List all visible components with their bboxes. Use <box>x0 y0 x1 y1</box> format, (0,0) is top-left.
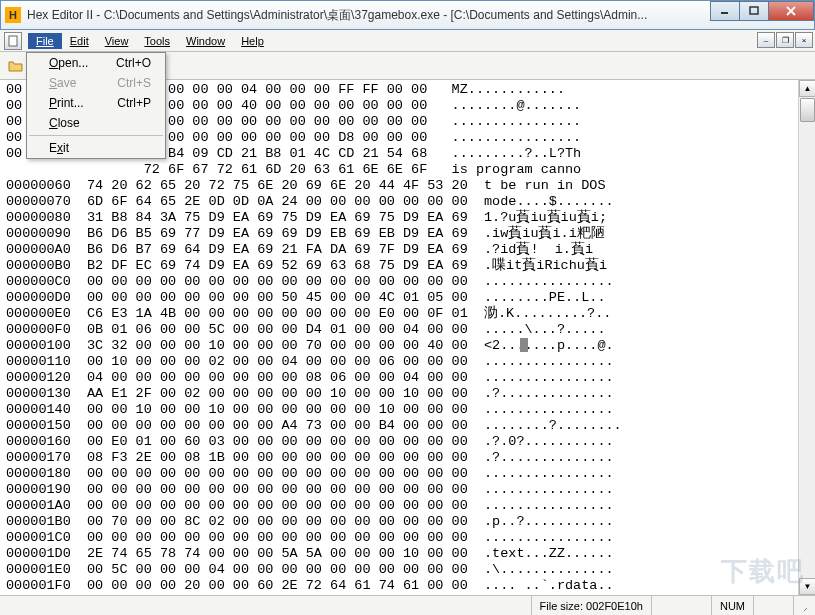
file-menu-close[interactable]: Close <box>27 113 165 133</box>
hex-row[interactable]: 000001B0 00 70 00 00 8C 02 00 00 00 00 0… <box>6 514 809 530</box>
hex-row[interactable]: 00000090 B6 D6 B5 69 77 D9 EA 69 69 D9 E… <box>6 226 809 242</box>
hex-row[interactable]: 00000150 00 00 00 00 00 00 00 00 A4 73 0… <box>6 418 809 434</box>
file-menu-print[interactable]: Print... Ctrl+P <box>27 93 165 113</box>
window-minimize-button[interactable] <box>710 1 740 21</box>
scroll-up-button[interactable]: ▲ <box>799 80 815 97</box>
window-close-button[interactable] <box>768 1 814 21</box>
hex-row[interactable]: 00000190 00 00 00 00 00 00 00 00 00 00 0… <box>6 482 809 498</box>
hex-row[interactable]: 00000080 31 B8 84 3A 75 D9 EA 69 75 D9 E… <box>6 210 809 226</box>
menu-edit[interactable]: Edit <box>62 33 97 49</box>
statusbar: File size: 002F0E10h NUM <box>0 595 815 615</box>
hex-row[interactable]: 000001A0 00 00 00 00 00 00 00 00 00 00 0… <box>6 498 809 514</box>
hex-row[interactable]: 000000F0 0B 01 06 00 00 5C 00 00 00 D4 0… <box>6 322 809 338</box>
mdi-document-icon[interactable] <box>4 32 22 50</box>
hex-row[interactable]: 00000180 00 00 00 00 00 00 00 00 00 00 0… <box>6 466 809 482</box>
scroll-down-button[interactable]: ▼ <box>799 578 815 595</box>
menu-window[interactable]: Window <box>178 33 233 49</box>
hex-row[interactable]: 000001C0 00 00 00 00 00 00 00 00 00 00 0… <box>6 530 809 546</box>
svg-line-11 <box>804 602 807 611</box>
hex-row[interactable]: 00000140 00 00 10 00 00 10 00 00 00 00 0… <box>6 402 809 418</box>
hex-row[interactable]: 000000B0 B2 DF EC 69 74 D9 EA 69 52 69 6… <box>6 258 809 274</box>
menu-tools[interactable]: Tools <box>136 33 178 49</box>
window-maximize-button[interactable] <box>739 1 769 21</box>
hex-row[interactable]: 00000120 04 00 00 00 00 00 00 00 00 08 0… <box>6 370 809 386</box>
mdi-restore-button[interactable]: ❐ <box>776 32 794 48</box>
hex-row[interactable]: 00000110 00 10 00 00 00 02 00 00 04 00 0… <box>6 354 809 370</box>
status-filesize: File size: 002F0E10h <box>531 596 651 615</box>
hex-row[interactable]: 000001F0 00 00 00 00 20 00 00 60 2E 72 6… <box>6 578 809 594</box>
menu-file[interactable]: File <box>28 33 62 49</box>
folder-open-icon <box>8 59 24 73</box>
hex-row[interactable]: 000000D0 00 00 00 00 00 00 00 00 50 45 0… <box>6 290 809 306</box>
hex-row[interactable]: 00000170 08 F3 2E 00 08 1B 00 00 00 00 0… <box>6 450 809 466</box>
scroll-thumb[interactable] <box>800 98 815 122</box>
hex-row[interactable]: 000000C0 00 00 00 00 00 00 00 00 00 00 0… <box>6 274 809 290</box>
mdi-close-button[interactable]: × <box>795 32 813 48</box>
hex-row[interactable]: 000001E0 00 5C 00 00 00 04 00 00 00 00 0… <box>6 562 809 578</box>
hex-row[interactable]: 000000A0 B6 D6 B7 69 64 D9 EA 69 21 FA D… <box>6 242 809 258</box>
hex-caret <box>520 338 528 352</box>
hex-row[interactable]: 00000160 00 E0 01 00 60 03 00 00 00 00 0… <box>6 434 809 450</box>
file-menu-open[interactable]: Open... Ctrl+O <box>27 53 165 73</box>
hex-row[interactable]: 000001D0 2E 74 65 78 74 00 00 00 5A 5A 0… <box>6 546 809 562</box>
hex-row[interactable]: 00000070 6D 6F 64 65 2E 0D 0D 0A 24 00 0… <box>6 194 809 210</box>
app-icon: H <box>5 7 21 23</box>
window-titlebar: H Hex Editor II - C:\Documents and Setti… <box>0 0 815 30</box>
svg-rect-4 <box>9 36 17 46</box>
resize-grip[interactable] <box>793 596 815 615</box>
menu-help[interactable]: Help <box>233 33 272 49</box>
hex-row[interactable]: 00000100 3C 32 00 00 00 10 00 00 00 70 0… <box>6 338 809 354</box>
file-menu-dropdown: Open... Ctrl+O Save Ctrl+S Print... Ctrl… <box>26 52 166 159</box>
mdi-minimize-button[interactable]: – <box>757 32 775 48</box>
menu-view[interactable]: View <box>97 33 137 49</box>
svg-rect-1 <box>750 7 758 14</box>
file-menu-save[interactable]: Save Ctrl+S <box>27 73 165 93</box>
file-menu-exit[interactable]: Exit <box>27 138 165 158</box>
toolbar-open-button[interactable] <box>4 55 28 77</box>
hex-row[interactable]: 72 6F 67 72 61 6D 20 63 61 6E 6E 6F is p… <box>6 162 809 178</box>
hex-row[interactable]: 00000130 AA E1 2F 00 02 00 00 00 00 00 1… <box>6 386 809 402</box>
menu-separator <box>29 135 163 136</box>
vertical-scrollbar[interactable]: ▲ ▼ <box>798 80 815 595</box>
menubar: File Edit View Tools Window Help – ❐ × <box>0 30 815 52</box>
hex-row[interactable]: 00000060 74 20 62 65 20 72 75 6E 20 69 6… <box>6 178 809 194</box>
window-title: Hex Editor II - C:\Documents and Setting… <box>27 7 647 24</box>
hex-row[interactable]: 000000E0 C6 E3 1A 4B 00 00 00 00 00 00 0… <box>6 306 809 322</box>
status-numlock: NUM <box>711 596 753 615</box>
